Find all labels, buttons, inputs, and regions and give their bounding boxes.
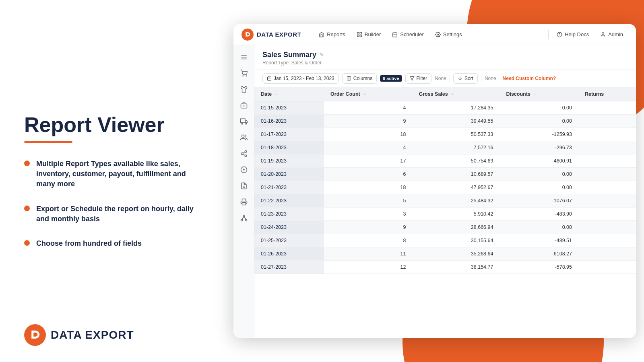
date-range-picker[interactable]: Jan 15, 2023 - Feb 13, 2023 [262, 73, 339, 84]
svg-point-36 [243, 215, 245, 217]
svg-point-25 [245, 151, 247, 153]
chevron-down-icon [363, 92, 367, 96]
feature-list: Multiple Report Types available like sal… [24, 159, 201, 249]
col-returns: Returns [578, 87, 636, 101]
sidebar-shirt-icon[interactable] [237, 82, 251, 97]
cell-order-count: 6 [324, 168, 412, 181]
nav-item-admin[interactable]: Admin [595, 29, 628, 40]
svg-rect-2 [357, 35, 359, 37]
sidebar-inventory-icon[interactable] [237, 98, 251, 113]
sidebar-cart-icon[interactable] [237, 66, 251, 80]
table-row: 01-22-2023 5 25,484.32 -1076.07 [254, 194, 636, 208]
cell-returns [578, 154, 636, 168]
calendar-icon [267, 76, 272, 81]
sidebar-report-icon[interactable] [237, 179, 251, 193]
top-nav: DATA EXPORT Reports Builder Scheduler Se… [233, 24, 636, 45]
date-range-label: Jan 15, 2023 - Feb 13, 2023 [274, 76, 334, 81]
cell-date: 01-19-2023 [254, 154, 324, 168]
edit-icon[interactable]: ✎ [320, 52, 324, 58]
svg-point-38 [245, 219, 247, 221]
sidebar-menu-icon[interactable] [237, 50, 251, 64]
nav-item-settings[interactable]: Settings [430, 29, 467, 40]
cell-returns [578, 247, 636, 261]
cell-gross-sales: 38,154.77 [412, 261, 500, 274]
feature-text-2: Export or Schedule the report on hourly,… [36, 204, 201, 224]
cell-date: 01-16-2023 [254, 115, 324, 128]
table-container: Date Order Count [254, 87, 636, 338]
cell-date: 01-21-2023 [254, 181, 324, 194]
table-row: 01-27-2023 12 38,154.77 -578.95 [254, 261, 636, 274]
nav-item-help[interactable]: Help Docs [552, 29, 594, 40]
network-icon [240, 214, 248, 222]
cell-gross-sales: 28,666.94 [412, 221, 500, 234]
inventory-icon [240, 102, 248, 109]
report-subtitle: Report Type: Sales & Order [262, 60, 628, 66]
svg-point-8 [437, 34, 439, 35]
sidebar [233, 45, 254, 338]
bullet-dot [24, 206, 30, 211]
sidebar-truck-icon[interactable] [237, 114, 251, 129]
shirt-icon [240, 86, 248, 93]
sidebar-currency-icon[interactable] [237, 162, 251, 177]
cell-date: 01-17-2023 [254, 128, 324, 141]
nav-right: Help Docs Admin [552, 29, 628, 40]
cell-date: 01-26-2023 [254, 247, 324, 261]
sidebar-print-icon[interactable] [237, 195, 251, 209]
cell-returns [578, 194, 636, 208]
table-row: 01-23-2023 3 5,910.42 -483.90 [254, 208, 636, 221]
logo-text: DATA EXPORT [51, 329, 134, 341]
cell-discounts: -489.51 [500, 234, 578, 247]
cell-date: 01-24-2023 [254, 221, 324, 234]
svg-line-39 [242, 217, 244, 219]
truck-icon [240, 118, 248, 125]
svg-rect-4 [393, 33, 397, 37]
svg-rect-1 [360, 32, 361, 34]
cell-gross-sales: 7,572.16 [412, 141, 500, 154]
nav-item-builder[interactable]: Builder [352, 29, 386, 40]
home-icon [319, 32, 324, 37]
col-gross-sales: Gross Sales [412, 87, 500, 101]
nav-logo-text: DATA EXPORT [257, 31, 301, 38]
nav-item-reports[interactable]: Reports [314, 29, 350, 40]
custom-column-link[interactable]: Need Custom Column? [503, 76, 556, 81]
logo-icon [24, 324, 46, 346]
svg-point-26 [241, 153, 243, 155]
nav-d-icon [244, 31, 251, 38]
cell-discounts: -1076.07 [500, 194, 578, 208]
columns-button[interactable]: Columns [342, 73, 377, 84]
table-row: 01-24-2023 9 28,666.94 0.00 [254, 221, 636, 234]
col-discounts: Discounts [500, 87, 578, 101]
cell-discounts: 0.00 [500, 168, 578, 181]
cell-gross-sales: 17,284.35 [412, 101, 500, 115]
nav-item-scheduler[interactable]: Scheduler [387, 29, 429, 40]
cell-discounts: -296.73 [500, 141, 578, 154]
nav-reports-label: Reports [327, 31, 345, 37]
sort-button[interactable]: Sort [453, 73, 478, 84]
cell-gross-sales: 50,754.69 [412, 154, 500, 168]
report-title-row: Sales Summary ✎ [262, 51, 628, 59]
table-header-row: Date Order Count [254, 87, 636, 101]
cell-discounts: 0.00 [500, 115, 578, 128]
svg-marker-21 [245, 120, 247, 123]
sidebar-customers-icon[interactable] [237, 130, 251, 145]
cell-discounts: -6108.27 [500, 247, 578, 261]
cell-gross-sales: 35,268.64 [412, 247, 500, 261]
cell-returns [578, 141, 636, 154]
customers-icon [240, 134, 248, 141]
print-icon [240, 198, 248, 206]
sidebar-affiliate-icon[interactable] [237, 146, 251, 161]
sidebar-network-icon[interactable] [237, 211, 251, 225]
settings-icon [435, 32, 441, 37]
svg-rect-41 [268, 77, 271, 80]
columns-icon [347, 76, 351, 81]
menu-icon [240, 53, 248, 61]
cell-gross-sales: 47,952.67 [412, 181, 500, 194]
cell-returns [578, 168, 636, 181]
bullet-dot [24, 240, 30, 246]
filter-button[interactable]: Filter [405, 73, 432, 84]
svg-point-22 [241, 123, 243, 124]
svg-point-11 [602, 32, 604, 34]
toolbar-separator-2 [481, 74, 481, 82]
table-row: 01-17-2023 18 50,537.33 -1259.93 [254, 128, 636, 141]
svg-line-28 [243, 154, 245, 155]
